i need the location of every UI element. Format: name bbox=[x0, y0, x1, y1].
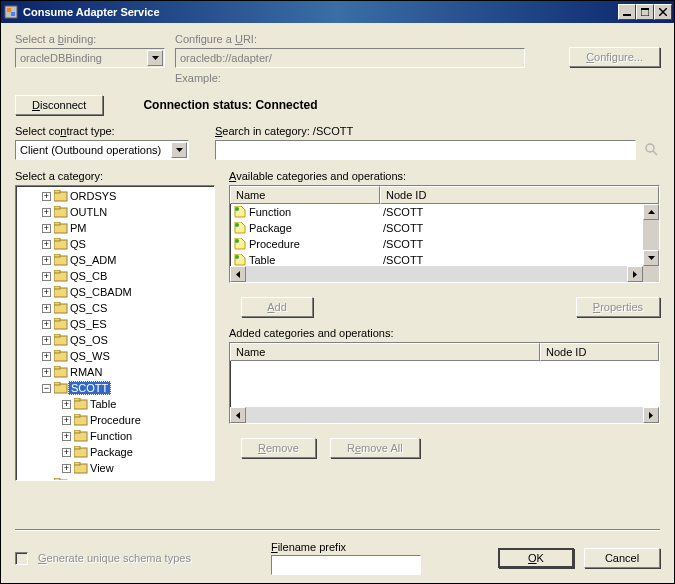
tree-item[interactable]: +RMAN bbox=[18, 364, 212, 380]
tree-item-label[interactable]: QS_CB bbox=[68, 270, 109, 282]
tree-toggle-icon[interactable]: + bbox=[42, 368, 51, 377]
search-input[interactable] bbox=[215, 140, 636, 160]
tree-item[interactable]: +QS_OS bbox=[18, 332, 212, 348]
added-col-node[interactable]: Node ID bbox=[540, 343, 659, 361]
hscrollbar[interactable] bbox=[230, 407, 659, 423]
tree-item[interactable]: +OUTLN bbox=[18, 204, 212, 220]
app-icon bbox=[3, 4, 19, 20]
tree-item-label[interactable]: SCOTT bbox=[68, 381, 111, 395]
svg-rect-47 bbox=[74, 462, 80, 465]
tree-item-label[interactable]: Function bbox=[88, 430, 134, 442]
gen-schema-checkbox bbox=[15, 552, 28, 565]
tree-item-label[interactable]: ORDSYS bbox=[68, 190, 118, 202]
tree-item[interactable]: +QS_ES bbox=[18, 316, 212, 332]
tree-toggle-icon[interactable]: + bbox=[42, 304, 51, 313]
tree-item[interactable]: +SH bbox=[18, 476, 212, 481]
tree-toggle-icon[interactable]: + bbox=[42, 336, 51, 345]
tree-item-label[interactable]: QS_ES bbox=[68, 318, 109, 330]
minimize-button[interactable] bbox=[618, 4, 636, 20]
tree-item-label[interactable]: QS bbox=[68, 238, 88, 250]
contract-combo[interactable]: Client (Outbound operations) bbox=[15, 140, 189, 160]
tree-toggle-icon[interactable]: + bbox=[62, 448, 71, 457]
list-item[interactable]: Function/SCOTT bbox=[230, 204, 659, 220]
tree-item[interactable]: +Package bbox=[18, 444, 212, 460]
tree-item[interactable]: +QS bbox=[18, 236, 212, 252]
maximize-button[interactable] bbox=[636, 4, 654, 20]
tree-item[interactable]: +Table bbox=[18, 396, 212, 412]
tree-toggle-icon[interactable]: − bbox=[42, 384, 51, 393]
tree-toggle-icon[interactable]: + bbox=[42, 240, 51, 249]
list-cell-name: Table bbox=[230, 254, 380, 266]
tree-item-label[interactable]: OUTLN bbox=[68, 206, 109, 218]
ok-button[interactable]: OK bbox=[498, 548, 574, 568]
tree-toggle-icon[interactable]: + bbox=[42, 256, 51, 265]
folder-icon bbox=[54, 254, 68, 266]
hscrollbar[interactable] bbox=[230, 266, 659, 282]
tree-item-label[interactable]: QS_CBADM bbox=[68, 286, 134, 298]
tree-toggle-icon[interactable]: + bbox=[42, 208, 51, 217]
tree-toggle-icon[interactable]: + bbox=[42, 352, 51, 361]
tree-item-label[interactable]: QS_CS bbox=[68, 302, 109, 314]
tree-item-label[interactable]: Table bbox=[88, 398, 118, 410]
tree-item-label[interactable]: SH bbox=[68, 478, 87, 481]
search-label: Search in category: /SCOTT bbox=[215, 125, 660, 137]
search-icon[interactable] bbox=[644, 142, 660, 158]
tree-toggle-icon[interactable]: + bbox=[42, 192, 51, 201]
tree-item-label[interactable]: Package bbox=[88, 446, 135, 458]
cancel-button[interactable]: Cancel bbox=[584, 548, 660, 568]
close-button[interactable] bbox=[654, 4, 672, 20]
tree-item-label[interactable]: QS_ADM bbox=[68, 254, 118, 266]
vscrollbar[interactable] bbox=[643, 204, 659, 266]
tree-item-label[interactable]: RMAN bbox=[68, 366, 104, 378]
folder-icon bbox=[54, 382, 68, 394]
tree-item[interactable]: +QS_CBADM bbox=[18, 284, 212, 300]
svg-rect-5 bbox=[641, 8, 649, 10]
titlebar[interactable]: Consume Adapter Service bbox=[1, 1, 674, 23]
added-listview[interactable]: Name Node ID bbox=[229, 342, 660, 424]
tree-toggle-icon[interactable]: + bbox=[42, 480, 51, 482]
tree-toggle-icon[interactable]: + bbox=[62, 432, 71, 441]
svg-rect-27 bbox=[54, 302, 60, 305]
tree-toggle-icon[interactable]: + bbox=[42, 288, 51, 297]
tree-item-label[interactable]: PM bbox=[68, 222, 89, 234]
tree-item[interactable]: +View bbox=[18, 460, 212, 476]
added-col-name[interactable]: Name bbox=[230, 343, 540, 361]
tree-item-label[interactable]: Procedure bbox=[88, 414, 143, 426]
chevron-down-icon[interactable] bbox=[171, 142, 187, 158]
folder-icon bbox=[74, 414, 88, 426]
tree-item[interactable]: −SCOTT bbox=[18, 380, 212, 396]
folder-icon bbox=[54, 222, 68, 234]
list-item[interactable]: Procedure/SCOTT bbox=[230, 236, 659, 252]
available-col-name[interactable]: Name bbox=[230, 186, 380, 204]
tree-item[interactable]: +QS_CS bbox=[18, 300, 212, 316]
tree-toggle-icon[interactable]: + bbox=[62, 400, 71, 409]
svg-point-55 bbox=[235, 239, 239, 243]
tree-item[interactable]: +ORDSYS bbox=[18, 188, 212, 204]
svg-rect-19 bbox=[54, 238, 60, 241]
tree-item-label[interactable]: View bbox=[88, 462, 116, 474]
available-col-node[interactable]: Node ID bbox=[380, 186, 659, 204]
svg-rect-25 bbox=[54, 286, 60, 289]
svg-rect-29 bbox=[54, 318, 60, 321]
tree-item[interactable]: +QS_WS bbox=[18, 348, 212, 364]
tree-toggle-icon[interactable]: + bbox=[62, 464, 71, 473]
tree-toggle-icon[interactable]: + bbox=[42, 272, 51, 281]
tree-item[interactable]: +QS_ADM bbox=[18, 252, 212, 268]
tree-item[interactable]: +Function bbox=[18, 428, 212, 444]
svg-rect-3 bbox=[623, 14, 631, 16]
tree-item-label[interactable]: QS_WS bbox=[68, 350, 112, 362]
tree-toggle-icon[interactable]: + bbox=[42, 320, 51, 329]
list-item[interactable]: Package/SCOTT bbox=[230, 220, 659, 236]
available-listview[interactable]: Name Node ID Function/SCOTTPackage/SCOTT… bbox=[229, 185, 660, 283]
disconnect-button[interactable]: Disconnect bbox=[15, 95, 103, 115]
category-tree[interactable]: +ORDSYS+OUTLN+PM+QS+QS_ADM+QS_CB+QS_CBAD… bbox=[15, 185, 215, 481]
svg-rect-41 bbox=[74, 414, 80, 417]
tree-item[interactable]: +QS_CB bbox=[18, 268, 212, 284]
tree-toggle-icon[interactable]: + bbox=[42, 224, 51, 233]
tree-item-label[interactable]: QS_OS bbox=[68, 334, 110, 346]
tree-item[interactable]: +Procedure bbox=[18, 412, 212, 428]
tree-toggle-icon[interactable]: + bbox=[62, 416, 71, 425]
filename-prefix-input[interactable] bbox=[271, 555, 421, 575]
folder-icon bbox=[54, 334, 68, 346]
tree-item[interactable]: +PM bbox=[18, 220, 212, 236]
